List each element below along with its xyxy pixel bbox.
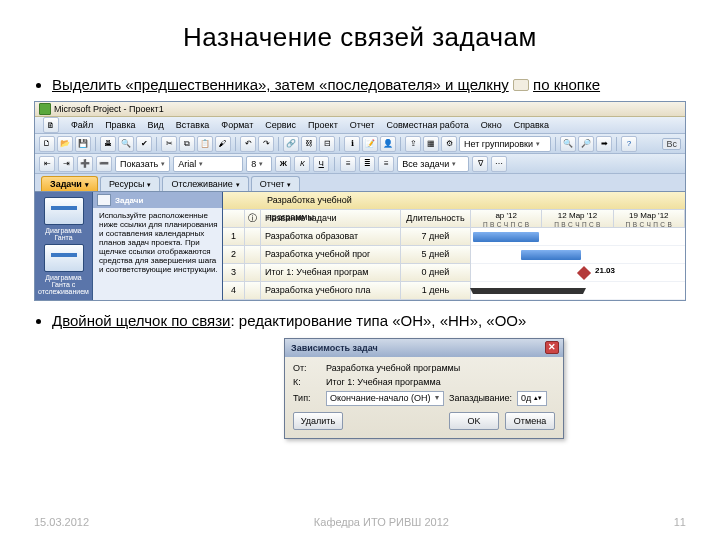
filter-select[interactable]: Все задачи xyxy=(397,156,469,172)
menu-insert[interactable]: Вставка xyxy=(176,120,209,130)
save-icon[interactable]: 💾 xyxy=(75,136,91,152)
hide-sub-icon[interactable]: ➖ xyxy=(96,156,112,172)
align-center-icon[interactable]: ≣ xyxy=(359,156,375,172)
menu-edit[interactable]: Правка xyxy=(105,120,135,130)
task-name[interactable]: Разработка образоват xyxy=(261,228,401,246)
font-size-select[interactable]: 8 xyxy=(246,156,272,172)
menu-view[interactable]: Вид xyxy=(148,120,164,130)
guide-tabs[interactable]: Задачи▾ Ресурсы▾ Отслеживание▾ Отчет▾ xyxy=(35,174,685,192)
assign-icon[interactable]: 👤 xyxy=(380,136,396,152)
milestone-icon[interactable] xyxy=(577,266,591,280)
align-left-icon[interactable]: ≡ xyxy=(340,156,356,172)
task-duration[interactable]: 1 день xyxy=(401,282,471,300)
gantt-bar[interactable] xyxy=(521,250,581,260)
show-sub-icon[interactable]: ➕ xyxy=(77,156,93,172)
spell-icon[interactable]: ✔ xyxy=(136,136,152,152)
preview-icon[interactable]: 🔍 xyxy=(118,136,134,152)
standard-toolbar[interactable]: 🗋 📂 💾 🖶 🔍 ✔ ✂ ⧉ 📋 🖌 ↶ ↷ 🔗 ⛓ ⊟ ℹ 📝 👤 ⇪ xyxy=(35,134,685,154)
italic-icon[interactable]: К xyxy=(294,156,310,172)
outdent-icon[interactable]: ⇤ xyxy=(39,156,55,172)
menu-collab[interactable]: Совместная работа xyxy=(386,120,468,130)
new-icon[interactable]: 🗋 xyxy=(39,136,55,152)
cut-icon[interactable]: ✂ xyxy=(161,136,177,152)
view-bar[interactable]: Диаграмма Ганта Диаграмма Ганта с отслеж… xyxy=(35,192,93,300)
goto-icon[interactable]: ➡ xyxy=(596,136,612,152)
timeline-header: ар '12П В С Ч П С В 12 Мар '12П В С Ч П … xyxy=(471,210,685,228)
align-right-icon[interactable]: ≡ xyxy=(378,156,394,172)
delete-button[interactable]: Удалить xyxy=(293,412,343,430)
lag-input[interactable]: 0д▴▾ xyxy=(517,391,547,406)
tab-tasks[interactable]: Задачи▾ xyxy=(41,176,98,191)
dialog-title: Зависимость задач xyxy=(291,343,378,353)
cancel-button[interactable]: Отмена xyxy=(505,412,555,430)
underline-icon[interactable]: Ч xyxy=(313,156,329,172)
row-num[interactable]: 2 xyxy=(223,246,245,264)
notes-icon[interactable]: 📝 xyxy=(362,136,378,152)
task-name[interactable]: Итог 1: Учебная програм xyxy=(261,264,401,282)
tools-icon[interactable]: ⚙ xyxy=(441,136,457,152)
misc-icon[interactable]: ⋯ xyxy=(491,156,507,172)
row-num[interactable]: 3 xyxy=(223,264,245,282)
indent-icon[interactable]: ⇥ xyxy=(58,156,74,172)
copy-icon[interactable]: ⧉ xyxy=(179,136,195,152)
link-tasks-icon xyxy=(513,79,529,91)
ok-button[interactable]: OK xyxy=(449,412,499,430)
menu-project[interactable]: Проект xyxy=(308,120,338,130)
gantt-chart[interactable]: ар '12П В С Ч П С В 12 Мар '12П В С Ч П … xyxy=(471,192,685,300)
link-tasks-icon[interactable]: 🔗 xyxy=(283,136,299,152)
col-header-name[interactable]: Название задачи xyxy=(261,210,401,228)
weekday-button[interactable]: Вс xyxy=(662,138,681,150)
task-duration[interactable]: 0 дней xyxy=(401,264,471,282)
project-guide: Диаграмма Ганта Диаграмма Ганта с отслеж… xyxy=(35,192,223,300)
autofilter-icon[interactable]: ∇ xyxy=(472,156,488,172)
task-name[interactable]: Разработка учебной прог xyxy=(261,246,401,264)
row-num[interactable]: 4 xyxy=(223,282,245,300)
unlink-tasks-icon[interactable]: ⛓ xyxy=(301,136,317,152)
task-name[interactable]: Разработка учебного пла xyxy=(261,282,401,300)
group-select[interactable]: Нет группировки xyxy=(459,136,551,152)
formatting-toolbar[interactable]: ⇤ ⇥ ➕ ➖ Показать Arial 8 Ж К Ч ≡ ≣ ≡ Все… xyxy=(35,154,685,174)
info-icon[interactable]: ℹ xyxy=(344,136,360,152)
row-num[interactable]: 1 xyxy=(223,228,245,246)
paste-icon[interactable]: 📋 xyxy=(197,136,213,152)
menu-report[interactable]: Отчет xyxy=(350,120,375,130)
tab-resources[interactable]: Ресурсы▾ xyxy=(100,176,161,191)
close-icon[interactable]: ✕ xyxy=(545,341,559,354)
menu-help[interactable]: Справка xyxy=(514,120,549,130)
tracking-gantt-icon[interactable] xyxy=(44,244,84,272)
guide-text: Используйте расположенные ниже ссылки дл… xyxy=(99,211,218,274)
app-icon: 🗎 xyxy=(43,117,59,133)
redo-icon[interactable]: ↷ xyxy=(258,136,274,152)
task-duration[interactable]: 5 дней xyxy=(401,246,471,264)
tab-tracking[interactable]: Отслеживание▾ xyxy=(162,176,248,191)
bold-icon[interactable]: Ж xyxy=(275,156,291,172)
menu-window[interactable]: Окно xyxy=(481,120,502,130)
print-icon[interactable]: 🖶 xyxy=(100,136,116,152)
menu-file[interactable]: Файл xyxy=(71,120,93,130)
help-icon[interactable]: ? xyxy=(621,136,637,152)
gantt-bar[interactable] xyxy=(473,232,539,242)
type-select[interactable]: Окончание-начало (ОН) xyxy=(326,391,444,406)
task-grid[interactable]: 1 2 3 4 ⓘ Разработка учебной программы Н… xyxy=(223,192,685,300)
publish-icon[interactable]: ⇪ xyxy=(405,136,421,152)
menubar[interactable]: 🗎 Файл Правка Вид Вставка Формат Сервис … xyxy=(35,117,685,134)
undo-icon[interactable]: ↶ xyxy=(240,136,256,152)
dialog-titlebar[interactable]: Зависимость задач ✕ xyxy=(285,339,563,357)
zoom-in-icon[interactable]: 🔎 xyxy=(578,136,594,152)
group-icon[interactable]: ▦ xyxy=(423,136,439,152)
format-painter-icon[interactable]: 🖌 xyxy=(215,136,231,152)
task-duration[interactable]: 7 дней xyxy=(401,228,471,246)
msproject-screenshot: Microsoft Project - Проект1 🗎 Файл Правк… xyxy=(34,101,686,301)
split-task-icon[interactable]: ⊟ xyxy=(319,136,335,152)
font-name-select[interactable]: Arial xyxy=(173,156,243,172)
menu-tools[interactable]: Сервис xyxy=(265,120,296,130)
show-select[interactable]: Показать xyxy=(115,156,170,172)
tab-report[interactable]: Отчет▾ xyxy=(251,176,301,191)
open-icon[interactable]: 📂 xyxy=(57,136,73,152)
menu-format[interactable]: Формат xyxy=(221,120,253,130)
col-header-duration[interactable]: Длительность xyxy=(401,210,471,228)
type-label: Тип: xyxy=(293,393,321,403)
gantt-view-icon[interactable] xyxy=(44,197,84,225)
zoom-out-icon[interactable]: 🔍 xyxy=(560,136,576,152)
summary-bar[interactable] xyxy=(473,288,583,294)
